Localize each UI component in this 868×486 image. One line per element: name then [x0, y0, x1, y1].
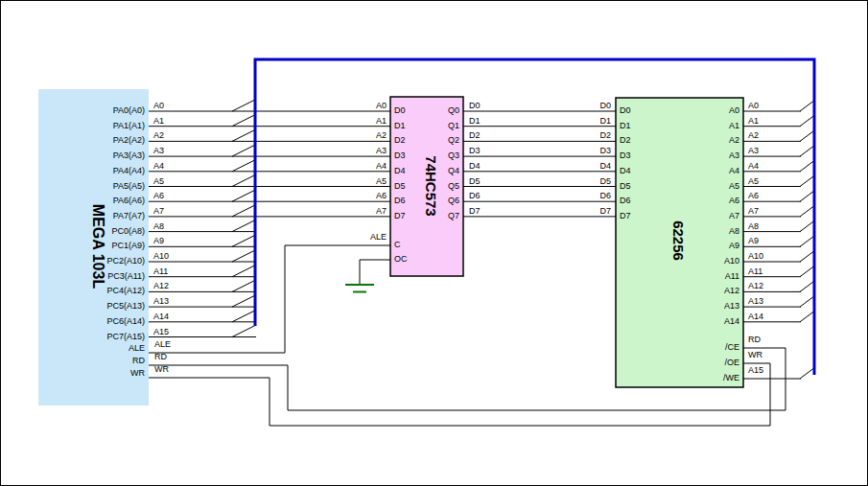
pin-label-sram-a: A12: [724, 286, 739, 295]
net-label: A7: [748, 206, 759, 216]
pin-label-mcu: WR: [130, 368, 145, 378]
pin-label-latch-d: D2: [394, 135, 406, 145]
pin-label-sram-a: A14: [724, 316, 739, 326]
net-label: A0: [748, 101, 759, 110]
pin-label-sram-a: A4: [729, 166, 739, 175]
pin-label-sram-a: A2: [729, 135, 739, 145]
pin-label-latch-oc: OC: [394, 254, 408, 264]
net-label: A14: [748, 312, 763, 321]
pin-label-sram-d: D3: [620, 150, 631, 160]
net-label: D0: [599, 101, 611, 110]
pin-label-sram-d: D2: [620, 135, 631, 145]
net-label: A0: [153, 101, 164, 110]
net-label: A12: [153, 281, 169, 290]
net-label: A1: [153, 116, 164, 126]
net-label: D3: [469, 146, 481, 155]
net-label: A3: [376, 146, 387, 155]
net-label: A13: [748, 296, 763, 306]
net-label: RD: [154, 352, 167, 361]
net-label: D2: [469, 130, 481, 140]
pin-label-latch-d: D7: [394, 211, 406, 220]
net-label: D7: [469, 206, 481, 216]
net-label: A4: [376, 161, 387, 171]
net-label: A15: [748, 365, 763, 375]
net-label: D5: [469, 176, 481, 186]
net-label: D1: [469, 116, 481, 126]
chip-title-mcu: MEGA 103L: [90, 204, 106, 289]
net-label: D7: [599, 206, 611, 216]
net-label: D5: [599, 176, 611, 186]
pin-label-sram-a: A10: [724, 256, 739, 266]
net-label: A6: [748, 191, 759, 200]
pin-label-latch-q: Q5: [448, 181, 459, 191]
net-label: A6: [376, 191, 387, 200]
net-label: A7: [376, 206, 387, 216]
net-label: A8: [153, 221, 164, 231]
net-label: A7: [153, 206, 164, 216]
net-label: A11: [748, 266, 762, 276]
net-label: A11: [153, 266, 168, 276]
pin-label-latch-q: Q4: [448, 166, 459, 175]
net-label: A5: [376, 176, 387, 186]
net-label: A13: [153, 296, 169, 306]
pin-label-sram-a: A9: [729, 241, 739, 250]
pin-label-latch-d: D1: [394, 121, 406, 130]
net-label: A10: [748, 251, 763, 261]
net-label: WR: [748, 350, 762, 359]
pin-label-sram-d: D1: [620, 121, 631, 130]
pin-label-mcu: PC1(A9): [111, 241, 145, 250]
pin-label-sram-ctrl: /WE: [723, 373, 739, 382]
pin-label-sram-a: A11: [725, 271, 739, 281]
net-label: A14: [153, 312, 169, 321]
pin-label-mcu: PC3(A11): [107, 271, 145, 281]
pin-label-mcu: ALE: [129, 343, 145, 353]
pin-label-latch-q: Q3: [448, 150, 459, 160]
net-label: A3: [153, 146, 164, 155]
chip-title-latch: 74HC573: [423, 155, 439, 216]
net-label: A8: [748, 221, 759, 231]
pin-label-latch-q: Q1: [448, 121, 459, 130]
pin-label-mcu: RD: [132, 356, 145, 365]
net-label: A4: [748, 161, 759, 171]
pin-label-sram-ctrl: /OE: [724, 358, 739, 367]
net-label: A0: [376, 101, 387, 110]
net-label: D1: [599, 116, 611, 126]
pin-label-sram-d: D5: [620, 181, 631, 191]
pin-label-mcu: PC7(A15): [106, 332, 145, 341]
pin-label-mcu: PA5(A5): [113, 181, 145, 191]
pin-label-sram-d: D4: [620, 166, 631, 175]
pin-label-mcu: PA4(A4): [113, 166, 145, 175]
net-label: WR: [154, 364, 169, 374]
pin-label-sram-a: A8: [729, 226, 739, 236]
net-label: A9: [153, 236, 164, 245]
net-label: D6: [599, 191, 611, 200]
net-label: ALE: [370, 232, 387, 242]
net-label: D3: [599, 146, 611, 155]
pin-label-latch-d: D5: [394, 181, 406, 191]
pin-label-mcu: PC6(A14): [106, 316, 145, 326]
net-label: D4: [469, 161, 481, 171]
net-label: A1: [748, 116, 759, 126]
pin-label-latch-q: Q7: [448, 211, 459, 220]
pin-label-mcu: PA3(A3): [113, 150, 145, 160]
net-label: A15: [153, 327, 169, 336]
pin-label-sram-a: A0: [729, 105, 739, 115]
net-label: D0: [469, 101, 481, 110]
pin-label-sram-d: D6: [620, 196, 631, 205]
pin-label-latch-d: D6: [394, 196, 406, 205]
net-label: A2: [748, 130, 759, 140]
net-label: A1: [376, 116, 387, 126]
pin-label-sram-d: D0: [620, 105, 631, 115]
pin-label-latch-d: D4: [394, 166, 406, 175]
net-label: A10: [153, 251, 169, 261]
pin-label-sram-d: D7: [620, 211, 631, 220]
net-label: A3: [748, 146, 759, 155]
pin-label-sram-a: A6: [729, 196, 739, 205]
schematic-page: MEGA 103L74HC57362256PA0(A0)PA1(A1)PA2(A…: [0, 0, 868, 486]
pin-label-mcu: PA0(A0): [113, 105, 145, 115]
net-label: D4: [599, 161, 611, 171]
net-label: A4: [153, 161, 164, 171]
pin-label-sram-a: A3: [729, 150, 739, 160]
pin-label-mcu: PC4(A12): [106, 286, 145, 295]
net-label: A2: [376, 130, 387, 140]
